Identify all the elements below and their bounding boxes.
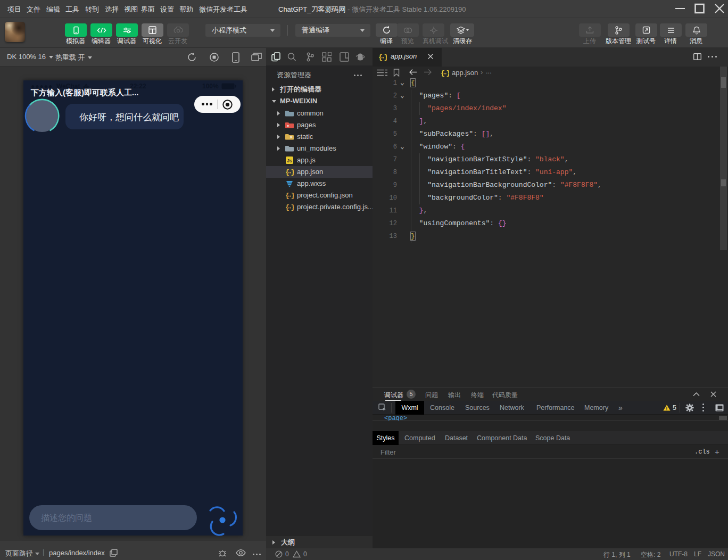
svg-text:}: }: [446, 69, 450, 77]
svg-text:}: }: [291, 192, 294, 199]
svg-text:}: }: [291, 203, 294, 211]
svg-text:{: {: [285, 203, 289, 211]
svg-text:Js: Js: [287, 158, 292, 163]
svg-text:{: {: [285, 168, 289, 176]
svg-text:{: {: [378, 53, 383, 61]
svg-text:}: }: [291, 168, 294, 176]
svg-text:}: }: [384, 53, 387, 61]
svg-text:{: {: [441, 69, 445, 77]
svg-text:{: {: [285, 192, 289, 199]
